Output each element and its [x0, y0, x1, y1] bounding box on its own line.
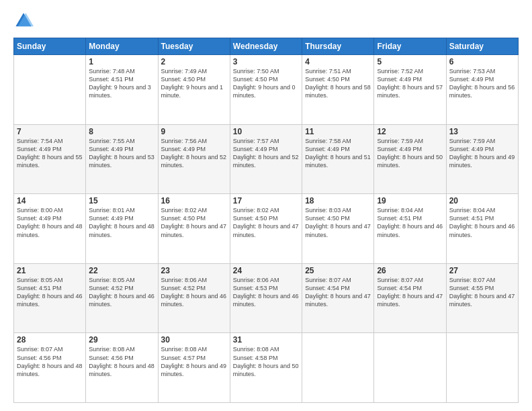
- calendar-cell: 15Sunrise: 8:01 AMSunset: 4:49 PMDayligh…: [86, 194, 158, 264]
- day-info: Sunrise: 8:08 AMSunset: 4:56 PMDaylight:…: [89, 345, 154, 378]
- header-tuesday: Tuesday: [158, 38, 230, 55]
- calendar-cell: 6Sunrise: 7:53 AMSunset: 4:49 PMDaylight…: [446, 55, 518, 125]
- calendar-table: Sunday Monday Tuesday Wednesday Thursday…: [13, 38, 519, 403]
- day-info: Sunrise: 8:02 AMSunset: 4:50 PMDaylight:…: [233, 206, 299, 239]
- calendar-cell: 12Sunrise: 7:59 AMSunset: 4:49 PMDayligh…: [374, 124, 446, 194]
- day-number: 11: [305, 127, 371, 136]
- header: [13, 11, 519, 31]
- day-number: 13: [449, 127, 515, 136]
- calendar-cell: 11Sunrise: 7:58 AMSunset: 4:49 PMDayligh…: [302, 124, 374, 194]
- day-info: Sunrise: 7:56 AMSunset: 4:49 PMDaylight:…: [161, 137, 227, 170]
- day-number: 15: [89, 196, 154, 205]
- calendar-cell: 21Sunrise: 8:05 AMSunset: 4:51 PMDayligh…: [14, 263, 86, 333]
- calendar-week-1: 1Sunrise: 7:48 AMSunset: 4:51 PMDaylight…: [14, 55, 519, 125]
- day-info: Sunrise: 8:04 AMSunset: 4:51 PMDaylight:…: [449, 206, 515, 239]
- day-number: 21: [17, 266, 83, 275]
- day-number: 8: [89, 127, 154, 136]
- calendar-cell: [302, 333, 374, 403]
- day-number: 17: [233, 196, 299, 205]
- calendar-cell: [446, 333, 518, 403]
- header-monday: Monday: [86, 38, 158, 55]
- weekday-header-row: Sunday Monday Tuesday Wednesday Thursday…: [14, 38, 519, 55]
- day-number: 30: [161, 335, 227, 345]
- day-number: 24: [233, 266, 299, 275]
- day-info: Sunrise: 7:52 AMSunset: 4:49 PMDaylight:…: [377, 67, 443, 100]
- page: Sunday Monday Tuesday Wednesday Thursday…: [0, 0, 532, 411]
- day-number: 22: [89, 266, 154, 275]
- calendar-cell: 17Sunrise: 8:02 AMSunset: 4:50 PMDayligh…: [230, 194, 302, 264]
- calendar-cell: [14, 55, 86, 125]
- calendar-cell: 20Sunrise: 8:04 AMSunset: 4:51 PMDayligh…: [446, 194, 518, 264]
- calendar-cell: 13Sunrise: 7:59 AMSunset: 4:49 PMDayligh…: [446, 124, 518, 194]
- day-number: 27: [449, 266, 515, 275]
- calendar-cell: 8Sunrise: 7:55 AMSunset: 4:49 PMDaylight…: [86, 124, 158, 194]
- day-number: 6: [449, 57, 515, 66]
- header-friday: Friday: [374, 38, 446, 55]
- day-number: 5: [377, 57, 443, 66]
- day-number: 12: [377, 127, 443, 136]
- calendar-cell: 7Sunrise: 7:54 AMSunset: 4:49 PMDaylight…: [14, 124, 86, 194]
- calendar-cell: 9Sunrise: 7:56 AMSunset: 4:49 PMDaylight…: [158, 124, 230, 194]
- calendar-cell: 24Sunrise: 8:06 AMSunset: 4:53 PMDayligh…: [230, 263, 302, 333]
- day-info: Sunrise: 8:02 AMSunset: 4:50 PMDaylight:…: [161, 206, 227, 239]
- day-info: Sunrise: 8:07 AMSunset: 4:56 PMDaylight:…: [17, 345, 83, 378]
- day-number: 20: [449, 196, 515, 205]
- calendar-cell: 26Sunrise: 8:07 AMSunset: 4:54 PMDayligh…: [374, 263, 446, 333]
- calendar-cell: 10Sunrise: 7:57 AMSunset: 4:49 PMDayligh…: [230, 124, 302, 194]
- day-number: 25: [305, 266, 371, 275]
- day-info: Sunrise: 8:06 AMSunset: 4:53 PMDaylight:…: [233, 276, 299, 309]
- day-info: Sunrise: 7:55 AMSunset: 4:49 PMDaylight:…: [89, 137, 154, 170]
- calendar-week-2: 7Sunrise: 7:54 AMSunset: 4:49 PMDaylight…: [14, 124, 519, 194]
- day-number: 4: [305, 57, 371, 66]
- header-sunday: Sunday: [14, 38, 86, 55]
- calendar-cell: 30Sunrise: 8:08 AMSunset: 4:57 PMDayligh…: [158, 333, 230, 403]
- day-info: Sunrise: 7:51 AMSunset: 4:50 PMDaylight:…: [305, 67, 371, 100]
- day-info: Sunrise: 7:53 AMSunset: 4:49 PMDaylight:…: [449, 67, 515, 100]
- day-number: 31: [233, 335, 299, 345]
- day-info: Sunrise: 7:59 AMSunset: 4:49 PMDaylight:…: [449, 137, 515, 170]
- day-number: 14: [17, 196, 83, 205]
- calendar-cell: 4Sunrise: 7:51 AMSunset: 4:50 PMDaylight…: [302, 55, 374, 125]
- day-info: Sunrise: 7:49 AMSunset: 4:50 PMDaylight:…: [161, 67, 227, 100]
- calendar-cell: 31Sunrise: 8:08 AMSunset: 4:58 PMDayligh…: [230, 333, 302, 403]
- calendar-cell: 29Sunrise: 8:08 AMSunset: 4:56 PMDayligh…: [86, 333, 158, 403]
- calendar-week-4: 21Sunrise: 8:05 AMSunset: 4:51 PMDayligh…: [14, 263, 519, 333]
- day-info: Sunrise: 8:01 AMSunset: 4:49 PMDaylight:…: [89, 206, 154, 239]
- day-info: Sunrise: 8:03 AMSunset: 4:50 PMDaylight:…: [305, 206, 371, 239]
- day-info: Sunrise: 7:54 AMSunset: 4:49 PMDaylight:…: [17, 137, 83, 170]
- day-number: 28: [17, 335, 83, 345]
- day-number: 23: [161, 266, 227, 275]
- calendar-cell: 22Sunrise: 8:05 AMSunset: 4:52 PMDayligh…: [86, 263, 158, 333]
- logo: [13, 11, 36, 31]
- day-number: 10: [233, 127, 299, 136]
- day-info: Sunrise: 7:48 AMSunset: 4:51 PMDaylight:…: [89, 67, 154, 100]
- day-info: Sunrise: 8:07 AMSunset: 4:54 PMDaylight:…: [377, 276, 443, 309]
- calendar-cell: 18Sunrise: 8:03 AMSunset: 4:50 PMDayligh…: [302, 194, 374, 264]
- day-number: 3: [233, 57, 299, 66]
- calendar-cell: 5Sunrise: 7:52 AMSunset: 4:49 PMDaylight…: [374, 55, 446, 125]
- day-info: Sunrise: 7:50 AMSunset: 4:50 PMDaylight:…: [233, 67, 299, 100]
- header-thursday: Thursday: [302, 38, 374, 55]
- calendar-cell: 19Sunrise: 8:04 AMSunset: 4:51 PMDayligh…: [374, 194, 446, 264]
- logo-icon: [13, 11, 34, 31]
- day-info: Sunrise: 8:00 AMSunset: 4:49 PMDaylight:…: [17, 206, 83, 239]
- day-info: Sunrise: 7:58 AMSunset: 4:49 PMDaylight:…: [305, 137, 371, 170]
- calendar-cell: 16Sunrise: 8:02 AMSunset: 4:50 PMDayligh…: [158, 194, 230, 264]
- calendar-cell: 14Sunrise: 8:00 AMSunset: 4:49 PMDayligh…: [14, 194, 86, 264]
- calendar-cell: 2Sunrise: 7:49 AMSunset: 4:50 PMDaylight…: [158, 55, 230, 125]
- day-info: Sunrise: 8:07 AMSunset: 4:54 PMDaylight:…: [305, 276, 371, 309]
- calendar-cell: 23Sunrise: 8:06 AMSunset: 4:52 PMDayligh…: [158, 263, 230, 333]
- day-info: Sunrise: 8:05 AMSunset: 4:52 PMDaylight:…: [89, 276, 154, 309]
- calendar-week-3: 14Sunrise: 8:00 AMSunset: 4:49 PMDayligh…: [14, 194, 519, 264]
- day-number: 26: [377, 266, 443, 275]
- day-info: Sunrise: 7:59 AMSunset: 4:49 PMDaylight:…: [377, 137, 443, 170]
- calendar-cell: 27Sunrise: 8:07 AMSunset: 4:55 PMDayligh…: [446, 263, 518, 333]
- day-info: Sunrise: 8:04 AMSunset: 4:51 PMDaylight:…: [377, 206, 443, 239]
- day-number: 1: [89, 57, 154, 66]
- calendar-cell: 25Sunrise: 8:07 AMSunset: 4:54 PMDayligh…: [302, 263, 374, 333]
- calendar-cell: 1Sunrise: 7:48 AMSunset: 4:51 PMDaylight…: [86, 55, 158, 125]
- day-number: 18: [305, 196, 371, 205]
- calendar-cell: 28Sunrise: 8:07 AMSunset: 4:56 PMDayligh…: [14, 333, 86, 403]
- header-wednesday: Wednesday: [230, 38, 302, 55]
- day-number: 29: [89, 335, 154, 345]
